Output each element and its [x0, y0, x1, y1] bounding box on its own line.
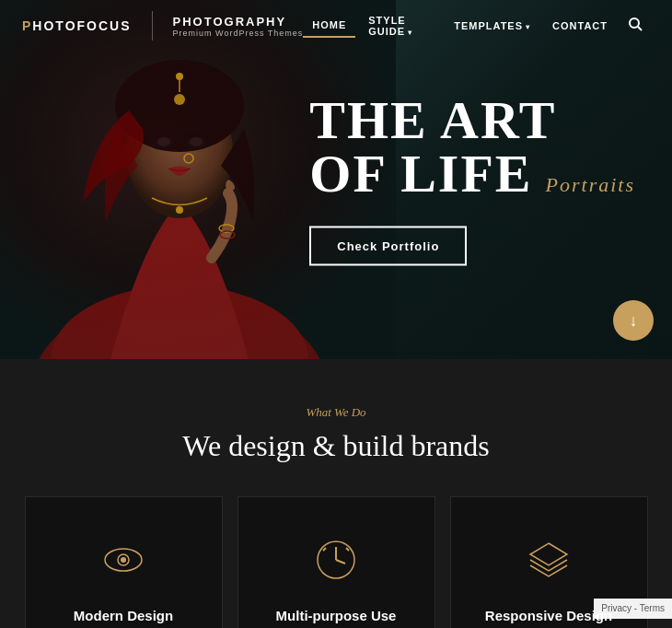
nav-item-templates[interactable]: TEMPLATES▾ — [445, 15, 539, 37]
card-multipurpose: Multi-purpose Use This is the theme for … — [238, 496, 435, 628]
logo-photo: PHOTOGRAPHY Premium WordPress Themes — [173, 15, 304, 38]
section-title: We design & build brands — [22, 429, 650, 463]
nav-item-style-guide[interactable]: STYLE GUIDE▾ — [359, 9, 441, 42]
svg-line-27 — [346, 548, 349, 551]
eye-icon — [98, 534, 149, 586]
scroll-down-button[interactable]: ↓ — [613, 300, 654, 341]
svg-line-1 — [638, 27, 642, 30]
svg-point-22 — [121, 557, 126, 563]
cards-grid: Modern Design Picture, too, the sudden s… — [22, 496, 650, 628]
logo-photo-title: PHOTOGRAPHY — [173, 15, 304, 29]
privacy-notice: Privacy - Terms — [594, 599, 672, 619]
hero-content: THE ART OF LIFE Portraits Check Portfoli… — [309, 94, 635, 266]
card-modern-design: Modern Design Picture, too, the sudden s… — [25, 496, 223, 628]
hero-subtitle: Portraits — [546, 175, 635, 195]
logo-text: PhotoFocus — [22, 18, 132, 33]
svg-marker-28 — [530, 543, 567, 565]
clock-icon — [310, 534, 362, 586]
nav-item-contact[interactable]: CONTACT — [543, 15, 617, 37]
svg-line-26 — [323, 548, 326, 551]
svg-line-25 — [336, 560, 345, 564]
hero-section: THE ART OF LIFE Portraits Check Portfoli… — [0, 0, 672, 359]
check-portfolio-button[interactable]: Check Portfolio — [309, 227, 467, 266]
logo-photo-sub: Premium WordPress Themes — [173, 29, 304, 38]
dropdown-arrow-style: ▾ — [408, 29, 412, 37]
layers-icon — [523, 534, 574, 586]
hero-title-line1: THE ART — [309, 94, 635, 147]
card-title-modern: Modern Design — [48, 608, 200, 623]
card-title-multipurpose: Multi-purpose Use — [261, 608, 412, 623]
header: PhotoFocus PHOTOGRAPHY Premium WordPress… — [0, 0, 672, 52]
dropdown-arrow-templates: ▾ — [526, 23, 530, 31]
logo-area: PhotoFocus PHOTOGRAPHY Premium WordPress… — [22, 11, 303, 41]
what-we-do-section: What We Do We design & build brands Mode… — [0, 359, 672, 628]
search-icon[interactable] — [620, 11, 650, 41]
logo-divider — [152, 11, 153, 41]
main-nav: HOME STYLE GUIDE▾ TEMPLATES▾ CONTACT — [303, 9, 650, 42]
nav-item-home[interactable]: HOME — [303, 14, 355, 38]
hero-title-line2: OF LIFE Portraits — [309, 147, 635, 201]
logo-brand: PhotoFocus — [22, 18, 132, 33]
svg-point-0 — [630, 18, 639, 28]
section-tag: What We Do — [22, 405, 650, 420]
logo-letter: P — [22, 18, 32, 33]
